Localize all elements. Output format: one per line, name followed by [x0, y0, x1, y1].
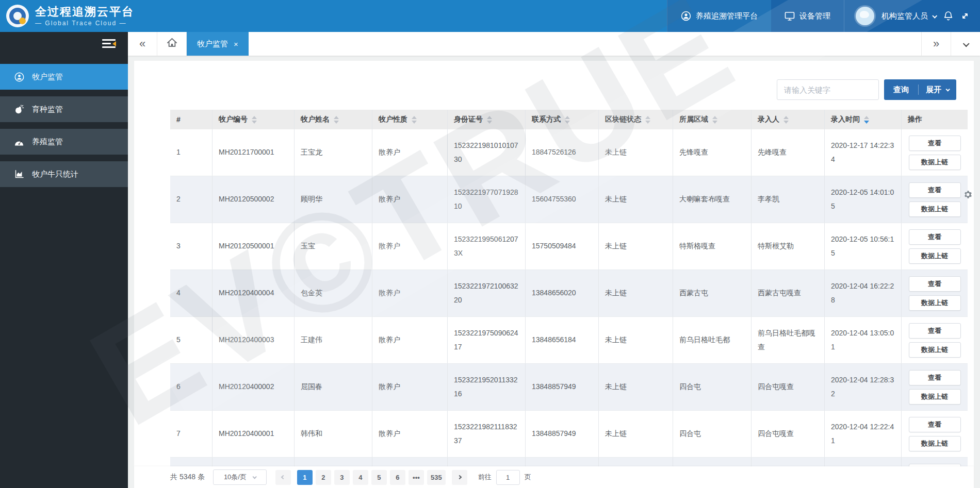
page-button-1[interactable]: 1 — [297, 470, 313, 485]
chain-upload-button[interactable]: 数据上链 — [909, 295, 961, 311]
cell-id_card: 1523221979031 — [447, 458, 525, 466]
view-button[interactable]: 查看 — [909, 276, 961, 292]
chevron-down-icon — [932, 13, 937, 18]
tab-herder-supervision[interactable]: 牧户监管 × — [187, 32, 249, 56]
close-icon[interactable]: × — [234, 40, 238, 48]
sidebar-item-育种监管[interactable]: 育种监管 — [0, 96, 128, 122]
table-body: 1MH20121700001王宝龙散养户15232219810101073018… — [170, 129, 968, 466]
table-row: 3MH20120500001玉宝散养户15232219950612073X157… — [170, 223, 968, 270]
chevron-left-icon — [281, 475, 285, 479]
cell-phone: 15144822888 — [525, 458, 598, 466]
top-nav-item[interactable]: 设备管理 — [771, 0, 844, 32]
table-column-header[interactable]: 录入时间 — [824, 110, 901, 129]
column-settings-gear-icon[interactable] — [963, 190, 973, 201]
table-column-header[interactable]: 联系方式 — [525, 110, 598, 129]
tab-label: 牧户监管 — [197, 39, 228, 49]
user-menu[interactable]: 机构监管人员 — [881, 11, 936, 21]
cell-actions: 查看数据上链 — [901, 411, 968, 457]
user-area: 机构监管人员 — [844, 0, 980, 32]
page-button-2[interactable]: 2 — [316, 470, 331, 485]
home-icon — [167, 37, 177, 51]
sidebar-item-牧户牛只统计[interactable]: 牧户牛只统计 — [0, 161, 128, 187]
cell-phone: 13848857949 — [525, 411, 598, 457]
brand: 全过程追溯云平台 — Global Trace Cloud — — [0, 0, 667, 32]
page-button-535[interactable]: 535 — [427, 470, 446, 485]
app-title: 全过程追溯云平台 — [35, 5, 134, 19]
cell-chain_status: 未上链 — [598, 411, 673, 457]
sort-carets-icon — [864, 116, 869, 124]
sort-carets-icon — [412, 116, 417, 124]
cell-id: MH20120500001 — [212, 223, 294, 270]
sidebar-item-牧户监管[interactable]: 牧户监管 — [0, 64, 128, 90]
home-tab-button[interactable] — [157, 32, 187, 56]
more-pages-button[interactable]: ••• — [409, 470, 424, 485]
page-button-5[interactable]: 5 — [371, 470, 387, 485]
prev-page-button[interactable] — [275, 470, 291, 485]
table-row: 8MH20120300008包玉白散养户15232219790311514482… — [170, 458, 968, 466]
page-size-select[interactable]: 10条/页 — [213, 469, 267, 485]
table-column-header[interactable]: 所属区域 — [673, 110, 751, 129]
next-page-button[interactable] — [452, 470, 467, 485]
table-column-header[interactable]: 牧户姓名 — [294, 110, 372, 129]
content: 查询 展开 # 牧户编号 牧户姓名 牧户性质 身份证号 联系方式 区块链状态 所… — [128, 56, 980, 488]
fullscreen-icon[interactable] — [960, 11, 970, 21]
cell-actions: 查看数据上链 — [901, 129, 968, 176]
sidebar-item-养殖监管[interactable]: 养殖监管 — [0, 129, 128, 155]
chain-upload-button[interactable]: 数据上链 — [909, 342, 961, 358]
bell-icon[interactable] — [943, 11, 953, 21]
tabs-scroll-left-button[interactable]: « — [128, 32, 157, 56]
tabs-menu-button[interactable] — [951, 32, 980, 56]
top-nav-items: 养殖追溯管理平台 设备管理 — [667, 0, 844, 32]
menu-toggle-icon — [102, 39, 116, 48]
cell-phone: 18847526126 — [525, 129, 598, 176]
cell-phone: 13848656020 — [525, 270, 598, 316]
chain-upload-button[interactable]: 数据上链 — [909, 436, 961, 451]
table-row: 4MH20120400004包金英散养户15232219721006322013… — [170, 270, 968, 317]
avatar[interactable] — [856, 7, 874, 25]
cell-chain_status: 未上链 — [598, 223, 673, 270]
cell-index: 2 — [170, 176, 212, 223]
view-button[interactable]: 查看 — [909, 182, 961, 198]
query-button[interactable]: 查询 — [884, 85, 918, 95]
page-buttons: 123456•••535 — [296, 470, 447, 485]
page-button-4[interactable]: 4 — [353, 470, 368, 485]
table-column-header[interactable]: 区块链状态 — [598, 110, 673, 129]
expand-button[interactable]: 展开 — [919, 85, 956, 95]
search-input[interactable] — [777, 79, 879, 100]
view-button[interactable]: 查看 — [909, 417, 961, 432]
sidebar-collapse-button[interactable] — [0, 32, 128, 55]
cell-recorder: 四合屯嘎查 — [751, 411, 824, 457]
page-button-6[interactable]: 6 — [390, 470, 405, 485]
chain-upload-button[interactable]: 数据上链 — [909, 248, 961, 264]
cell-phone: 15604755360 — [525, 176, 598, 223]
cattle-chart-icon — [14, 170, 24, 179]
view-button[interactable]: 查看 — [909, 370, 961, 385]
cell-index: 3 — [170, 223, 212, 270]
table-column-header[interactable]: 牧户编号 — [212, 110, 294, 129]
sort-carets-icon — [645, 116, 650, 124]
view-button[interactable]: 查看 — [909, 136, 961, 151]
table-column-header[interactable]: 录入人 — [751, 110, 824, 129]
cell-index: 5 — [170, 317, 212, 363]
view-button[interactable]: 查看 — [909, 323, 961, 339]
sort-carets-icon — [712, 116, 717, 124]
sidebar: 牧户监管 育种监管 养殖监管 牧户牛只统计 — [0, 32, 128, 488]
chain-upload-button[interactable]: 数据上链 — [909, 389, 961, 405]
cell-time: 2020-12-17 14:22:34 — [824, 129, 901, 176]
table-column-header[interactable]: 身份证号 — [447, 110, 525, 129]
table-column-header[interactable]: 牧户性质 — [372, 110, 447, 129]
table-row: 6MH20120400002屈国春散养户15232219520113321613… — [170, 364, 968, 411]
cell-recorder: 先峰嘎查 — [751, 129, 824, 176]
cell-id_card: 152322197210063220 — [447, 270, 525, 316]
view-button[interactable]: 查看 — [909, 229, 961, 245]
tabs-scroll-right-button[interactable]: » — [921, 32, 951, 56]
chain-upload-button[interactable]: 数据上链 — [909, 201, 961, 217]
cell-actions: 查看数据上链 — [901, 364, 968, 410]
page-button-3[interactable]: 3 — [334, 470, 350, 485]
goto-page-input[interactable] — [496, 470, 520, 485]
cell-region: 四合屯 — [673, 411, 751, 457]
top-nav-item[interactable]: 养殖追溯管理平台 — [667, 0, 771, 32]
cell-nature: 散养户 — [372, 317, 447, 363]
cell-id_card: 152322197707192810 — [447, 176, 525, 223]
chain-upload-button[interactable]: 数据上链 — [909, 155, 961, 170]
